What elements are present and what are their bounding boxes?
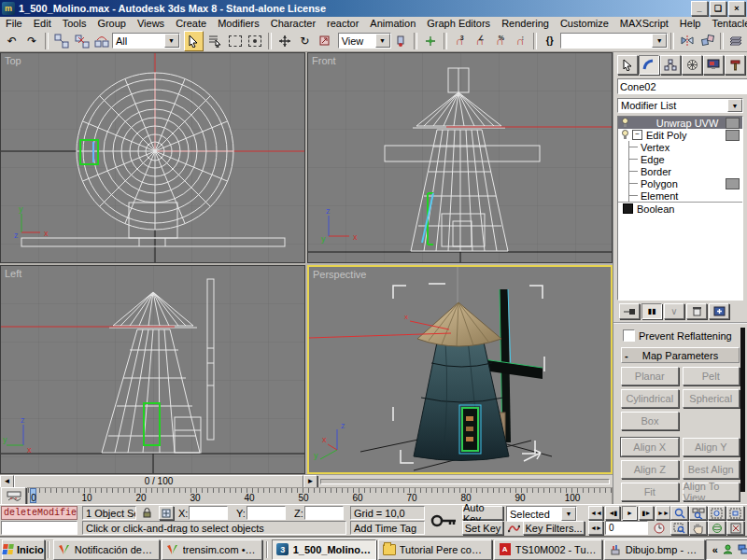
viewport-top-label[interactable]: Top xyxy=(5,55,21,66)
bind-to-space-warp-button[interactable] xyxy=(92,32,111,50)
set-key-button[interactable]: Set Key xyxy=(462,521,503,535)
messenger-status-icon[interactable] xyxy=(723,544,733,554)
zoom-extents-button[interactable] xyxy=(708,506,726,520)
menu-file[interactable]: File xyxy=(0,18,28,29)
viewport-top[interactable]: Top y x z xyxy=(0,52,305,263)
current-frame-field[interactable] xyxy=(605,521,648,535)
select-object-button[interactable] xyxy=(184,31,204,51)
select-and-manipulate-button[interactable] xyxy=(421,32,440,50)
stack-subitem-element[interactable]: Element xyxy=(618,189,742,202)
redo-button[interactable]: ↷ xyxy=(23,32,42,50)
time-slider-handle[interactable]: 0 / 100 xyxy=(14,475,303,488)
network-status-icon[interactable] xyxy=(738,544,747,554)
mirror-button[interactable] xyxy=(678,32,697,50)
stack-subitem-border[interactable]: Border xyxy=(618,165,742,177)
bulb-icon[interactable] xyxy=(621,130,629,140)
selection-filter-dropdown[interactable]: All ▼ xyxy=(112,33,180,49)
show-end-result-button[interactable]: ▮▮ xyxy=(641,303,662,319)
best-align-button[interactable]: Best Align xyxy=(683,460,740,479)
configure-modifier-sets-button[interactable] xyxy=(709,303,729,319)
object-name-field[interactable] xyxy=(617,78,747,94)
modifier-state-box[interactable] xyxy=(726,118,740,129)
stack-subitem-vertex[interactable]: Vertex xyxy=(618,141,742,153)
tab-motion[interactable] xyxy=(682,55,702,75)
cylindrical-button[interactable]: Cylindrical xyxy=(621,389,679,408)
modifier-state-box[interactable] xyxy=(726,178,740,189)
x-coordinate-field[interactable] xyxy=(189,506,228,520)
align-y-button[interactable]: Align Y xyxy=(683,438,740,456)
fit-button[interactable]: Fit xyxy=(621,483,679,501)
tab-utilities[interactable] xyxy=(725,55,745,75)
selection-lock-toggle[interactable] xyxy=(140,506,154,520)
menu-customize[interactable]: Customize xyxy=(555,18,614,29)
task-3dsmax[interactable]: 3 1_500_Molino.ma... xyxy=(272,539,376,560)
viewport-left-label[interactable]: Left xyxy=(5,268,21,279)
window-crossing-toggle-button[interactable] xyxy=(246,32,264,50)
map-parameters-rollout[interactable]: - Map Parameters xyxy=(621,347,740,363)
angle-snap-button[interactable]: ∩∠ xyxy=(471,32,489,50)
align-button[interactable] xyxy=(698,32,717,50)
menu-reactor[interactable]: reactor xyxy=(321,18,364,29)
viewport-front[interactable]: Front z x y xyxy=(307,52,613,263)
menu-modifiers[interactable]: Modifiers xyxy=(212,18,265,29)
stack-item-edit-poly[interactable]: − Edit Poly xyxy=(618,129,742,141)
menu-views[interactable]: Views xyxy=(132,18,170,29)
close-button[interactable]: × xyxy=(728,1,745,16)
auto-key-button[interactable]: Auto Key xyxy=(462,506,503,520)
reference-coordinate-dropdown[interactable]: View ▼ xyxy=(338,33,391,49)
task-tutorial-folder[interactable]: Tutorial Pere comas 3d xyxy=(378,539,492,560)
modifier-state-box[interactable] xyxy=(726,130,740,141)
remove-modifier-button[interactable] xyxy=(686,303,707,319)
key-filters-button[interactable]: Key Filters... xyxy=(523,521,585,535)
use-pivot-point-center-button[interactable] xyxy=(392,32,411,50)
zoom-extents-all-button[interactable] xyxy=(726,506,744,520)
menu-rendering[interactable]: Rendering xyxy=(496,18,555,29)
pelt-button[interactable]: Pelt xyxy=(683,367,740,385)
spinner-snap-button[interactable]: ∩↕ xyxy=(511,32,529,50)
align-to-view-button[interactable]: Align To View xyxy=(683,483,740,501)
select-and-move-button[interactable] xyxy=(275,32,294,50)
tab-modify[interactable] xyxy=(639,55,659,75)
viewport-front-label[interactable]: Front xyxy=(312,55,336,66)
viewport-perspective-label[interactable]: Perspective xyxy=(313,269,366,280)
undo-button[interactable]: ↶ xyxy=(3,32,21,50)
absolute-offset-mode-toggle[interactable] xyxy=(159,506,174,520)
track-bar-ruler[interactable]: 0 10 20 30 40 50 60 70 80 90 100 xyxy=(27,487,613,504)
menu-animation[interactable]: Animation xyxy=(364,18,421,29)
tab-hierarchy[interactable] xyxy=(660,55,681,75)
make-unique-button[interactable]: ∨ xyxy=(664,303,684,319)
time-slider-right-arrow[interactable]: ► xyxy=(303,475,317,488)
go-to-start-button[interactable]: ◄◄ xyxy=(588,506,603,520)
layer-manager-button[interactable] xyxy=(727,32,746,50)
go-to-end-button[interactable]: ►► xyxy=(655,506,670,520)
menu-create[interactable]: Create xyxy=(170,18,212,29)
named-selection-sets-button[interactable]: {} xyxy=(541,32,559,50)
min-max-toggle-button[interactable] xyxy=(726,521,744,535)
stack-item-unwrap-uvw[interactable]: Unwrap UVW xyxy=(618,117,742,129)
zoom-button[interactable] xyxy=(670,506,688,520)
key-mode-dropdown[interactable]: Selected ▼ xyxy=(506,506,577,522)
menu-group[interactable]: Group xyxy=(92,18,132,29)
y-coordinate-field[interactable] xyxy=(247,506,286,520)
align-x-button[interactable]: Align X xyxy=(621,438,679,456)
pin-stack-button[interactable] xyxy=(619,303,640,319)
tab-display[interactable] xyxy=(703,55,724,75)
menu-help[interactable]: Help xyxy=(674,18,707,29)
snap-toggle-button[interactable]: ∩3 xyxy=(451,32,470,50)
stack-item-boolean[interactable]: Boolean xyxy=(618,202,742,215)
task-notification[interactable]: Notificación de resp... xyxy=(53,539,160,560)
stack-subitem-polygon[interactable]: Polygon xyxy=(618,177,742,189)
play-button[interactable]: ► xyxy=(622,506,637,520)
expander-icon[interactable]: − xyxy=(632,130,642,140)
menu-tools[interactable]: Tools xyxy=(57,18,92,29)
next-frame-button[interactable]: ▮► xyxy=(639,506,654,520)
zoom-region-button[interactable] xyxy=(670,521,688,535)
menu-graph-editors[interactable]: Graph Editors xyxy=(421,18,496,29)
z-coordinate-field[interactable] xyxy=(304,506,344,520)
minimize-button[interactable]: _ xyxy=(691,1,708,16)
named-selection-dropdown[interactable]: ▼ xyxy=(560,33,669,49)
panel-scrollbar[interactable] xyxy=(740,328,745,492)
maxscript-listener-output[interactable]: deleteModifie xyxy=(1,506,78,520)
pan-view-button[interactable] xyxy=(689,521,707,535)
menu-edit[interactable]: Edit xyxy=(28,18,57,29)
